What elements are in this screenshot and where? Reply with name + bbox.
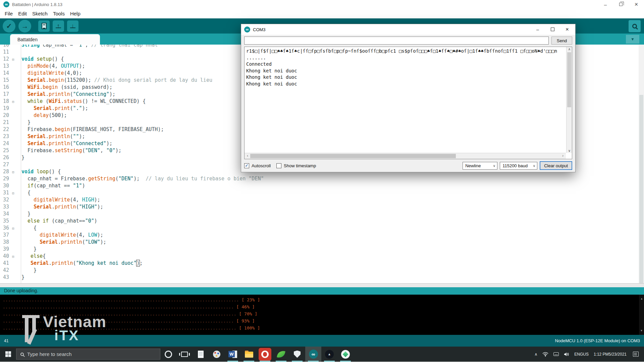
fold-marker-icon[interactable]: ⊟ xyxy=(12,56,18,63)
taskbar-camtasia-button[interactable] xyxy=(273,347,289,362)
console-scrollbar[interactable]: ▼ ▼ xyxy=(639,295,644,335)
language-indicator[interactable]: ENG US xyxy=(572,352,591,357)
serial-close-button[interactable]: × xyxy=(560,26,575,33)
tab-battatden[interactable]: Battatden xyxy=(10,34,100,45)
menu-file[interactable]: File xyxy=(2,11,15,16)
scroll-up-icon: ▼ xyxy=(640,295,643,302)
scroll-left-icon[interactable]: ‹ xyxy=(245,154,250,158)
code-text: String cap_nhat = "1"; // trang thai cap… xyxy=(18,45,158,49)
upload-button[interactable]: → xyxy=(18,20,31,33)
clock[interactable]: 1:12 PM 5/23/2021 xyxy=(592,352,629,357)
serial-vertical-scrollbar[interactable]: ∧ ∨ xyxy=(566,47,572,153)
timestamp-checkbox[interactable] xyxy=(276,163,281,168)
menu-help[interactable]: Help xyxy=(67,11,83,16)
taskbar-notepad-button[interactable] xyxy=(193,347,209,362)
minimize-button[interactable]: – xyxy=(598,0,613,9)
fold-gutter xyxy=(12,84,18,91)
send-button[interactable]: Send xyxy=(551,37,572,45)
taskbar-paint-button[interactable] xyxy=(209,347,225,362)
save-button[interactable]: ↓ xyxy=(67,20,78,32)
system-tray: ∧ ENG US xyxy=(532,347,644,362)
serial-input[interactable] xyxy=(244,37,549,45)
autoscroll-checkbox[interactable]: ✓ xyxy=(244,163,249,168)
serial-maximize-button[interactable] xyxy=(545,27,560,32)
serial-title-bar[interactable]: ∞ COM3 – × xyxy=(241,24,575,35)
scroll-right-icon[interactable]: › xyxy=(560,154,566,158)
taskbar-arduino-button[interactable]: ∞ xyxy=(305,347,321,362)
start-button[interactable] xyxy=(0,347,16,362)
clear-output-button[interactable]: Clear output xyxy=(540,161,572,170)
menu-edit[interactable]: Edit xyxy=(15,11,30,16)
restore-button[interactable] xyxy=(613,0,629,9)
line-number: 42 xyxy=(0,267,12,274)
fold-gutter xyxy=(12,77,18,84)
taskbar-defender-button[interactable] xyxy=(289,347,305,362)
taskbar-word-button[interactable]: W xyxy=(225,347,241,362)
taskbar-diamond-app-button[interactable] xyxy=(337,347,354,362)
serial-horizontal-scrollbar[interactable]: ‹ › xyxy=(245,153,566,159)
code-text: digitalWrite(4, LOW); xyxy=(18,232,103,239)
line-ending-select[interactable]: Newline∨ xyxy=(463,162,497,170)
menu-sketch[interactable]: Sketch xyxy=(30,11,50,16)
serial-output-area[interactable]: r1$□|ſ$ſ|□□♠♠ſ♠1ſ♠c|ſſ□ſp□ſsſbſ□p□ſp~ſnſ… xyxy=(244,47,572,159)
autoscroll-label[interactable]: Autoscroll xyxy=(252,163,271,168)
line-number: 13 xyxy=(0,63,12,70)
line-number: 18 xyxy=(0,98,12,105)
fold-marker-icon[interactable]: ⊟ xyxy=(12,189,18,196)
serial-vscroll-thumb[interactable] xyxy=(567,52,571,107)
fold-gutter xyxy=(12,203,18,210)
check-icon: ✓ xyxy=(245,163,248,168)
fold-marker-icon[interactable]: ⊟ xyxy=(12,225,18,232)
code-text: digitalWrite(4, HIGH); xyxy=(18,196,100,203)
code-text: } xyxy=(18,267,37,274)
code-line: 31⊟ { xyxy=(0,189,639,196)
serial-hscroll-thumb[interactable] xyxy=(250,154,456,158)
code-text: cap_nhat = Firebase.getString("DEN"); //… xyxy=(18,175,264,182)
editor-scrollbar[interactable] xyxy=(639,45,644,283)
line-number: 36 xyxy=(0,225,12,232)
arduino-taskbar-icon: ∞ xyxy=(309,350,318,359)
fold-marker-icon[interactable]: ⊟ xyxy=(12,98,18,105)
hidden-icons-button[interactable]: ∧ xyxy=(532,352,539,357)
line-number: 31 xyxy=(0,189,12,196)
taskbar-cortana-button[interactable] xyxy=(160,347,176,362)
line-number: 17 xyxy=(0,91,12,98)
baud-rate-select[interactable]: 115200 baud∨ xyxy=(500,162,537,170)
serial-minimize-button[interactable]: – xyxy=(530,27,545,32)
serial-output-line: Khong ket noi duoc xyxy=(246,81,566,87)
editor-console-splitter[interactable] xyxy=(0,283,644,287)
editor-scrollbar-thumb[interactable] xyxy=(639,95,643,283)
new-sketch-button[interactable] xyxy=(38,20,50,32)
menu-tools[interactable]: Tools xyxy=(50,11,67,16)
scroll-up-icon[interactable]: ∧ xyxy=(567,47,572,51)
open-button[interactable]: ↑ xyxy=(53,20,64,32)
close-button[interactable]: × xyxy=(629,0,644,9)
line-number: 37 xyxy=(0,232,12,239)
fold-gutter xyxy=(12,239,18,246)
action-center-button[interactable] xyxy=(630,352,642,357)
timestamp-label[interactable]: Show timestamp xyxy=(284,163,316,168)
fold-gutter xyxy=(12,105,18,112)
taskbar-dark-app-button[interactable]: ▲ xyxy=(321,347,337,362)
code-text: WiFi.begin (ssid, password); xyxy=(18,84,112,91)
serial-output-line: Connected xyxy=(246,61,566,68)
serial-window-title: COM3 xyxy=(253,27,266,32)
verify-button[interactable]: ✓ xyxy=(3,20,15,33)
taskbar-file-explorer-button[interactable] xyxy=(241,347,257,362)
fold-marker-icon[interactable]: ⊟ xyxy=(12,253,18,260)
fold-marker-icon[interactable]: ⊟ xyxy=(12,168,18,175)
volume-button[interactable] xyxy=(562,352,571,357)
tab-menu-button[interactable]: ▼ xyxy=(626,35,639,44)
wifi-button[interactable] xyxy=(540,352,550,357)
taskbar-task-view-button[interactable] xyxy=(176,347,193,362)
touch-keyboard-button[interactable] xyxy=(551,352,561,356)
taskbar-search-box[interactable]: Type here to search xyxy=(16,349,160,360)
fold-gutter xyxy=(12,210,18,218)
title-bar: ∞ Battatden | Arduino 1.8.13 – × xyxy=(0,0,644,9)
taskbar-opera-button[interactable] xyxy=(257,347,273,362)
code-text: void loop() { xyxy=(18,168,61,175)
serial-monitor-button[interactable] xyxy=(629,20,641,32)
upload-status-text: Done uploading. xyxy=(4,288,38,293)
line-number: 11 xyxy=(0,49,12,56)
scroll-down-icon[interactable]: ∨ xyxy=(567,149,572,153)
